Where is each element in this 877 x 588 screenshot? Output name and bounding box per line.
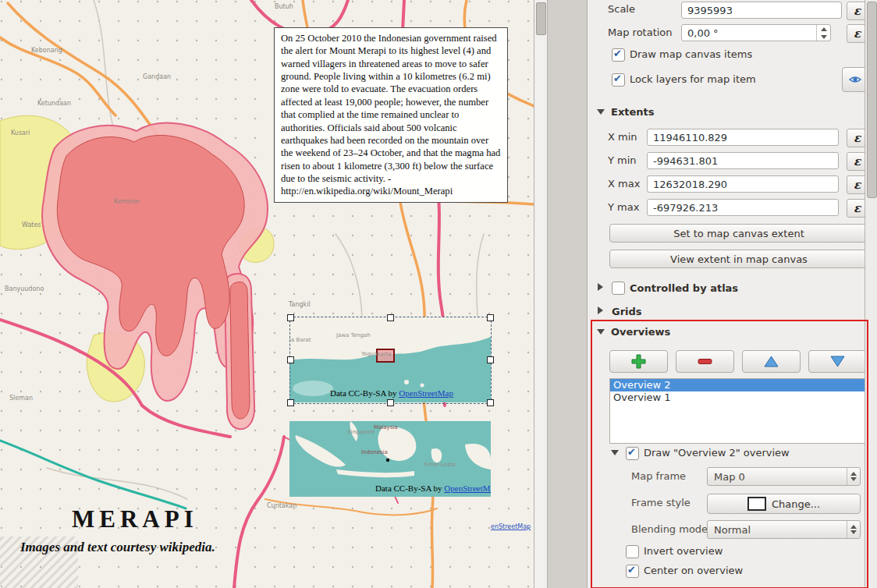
map-frame-combo[interactable]: Map 0 (707, 467, 861, 486)
atlas-label[interactable]: Controlled by atlas (630, 282, 738, 294)
scale-label: Scale (608, 3, 635, 15)
selection-handle[interactable] (287, 399, 294, 406)
map-subtitle: Images and text courtesy wikipedia. (20, 540, 215, 555)
arrow-up-icon (763, 353, 779, 370)
map-canvas[interactable]: ButuhKebonangGandaanKetundaanKusariWates… (0, 0, 534, 588)
draw-canvas-items-label[interactable]: Draw map canvas items (630, 48, 752, 60)
xmin-input[interactable]: 11946110.829 (647, 129, 839, 146)
blending-mode-label: Blending mode (631, 523, 708, 535)
move-overview-down-button[interactable] (808, 350, 867, 373)
add-overview-button[interactable] (609, 350, 668, 373)
osm-link[interactable]: OpenStreetMap (399, 388, 453, 398)
overview2-label: Singapore (347, 429, 375, 435)
overview1-label: Jawa Barat (289, 337, 311, 343)
invert-overview-checkbox[interactable] (626, 545, 639, 558)
ymin-input[interactable]: -994631.801 (647, 152, 839, 169)
remove-overview-button[interactable] (676, 350, 734, 373)
invert-overview-label[interactable]: Invert overview (644, 545, 723, 557)
selection-handle[interactable] (287, 314, 294, 321)
frame-style-swatch (747, 497, 766, 511)
overviews-title[interactable]: Overviews (611, 326, 670, 338)
selection-handle[interactable] (287, 356, 294, 363)
overview2-credit: Data CC-By-SA by OpenStreetMap (375, 484, 491, 493)
panel-scrollbar-thumb[interactable] (867, 2, 877, 198)
xmin-label: X min (608, 131, 637, 143)
overviews-expander[interactable] (597, 329, 605, 335)
rotation-spinbox[interactable]: 0,00 ° (681, 24, 831, 41)
rotation-spin-arrows[interactable] (816, 25, 830, 41)
expression-icon: ε (854, 156, 861, 168)
selection-handle[interactable] (487, 399, 494, 406)
draw-overview-checkbox[interactable] (626, 447, 639, 460)
scale-input[interactable]: 9395993 (681, 2, 842, 19)
overview2-label: Timor-Leste (424, 462, 456, 468)
annotation-text-box[interactable]: On 25 October 2010 the Indonesian govern… (274, 27, 508, 203)
overview1-credit: Data CC-By-SA by OpenStreetMap (330, 388, 453, 398)
selection-handle[interactable] (387, 399, 394, 406)
expression-icon: ε (854, 5, 861, 17)
center-on-overview-checkbox[interactable] (626, 565, 639, 578)
xmax-label: X max (608, 178, 640, 190)
combo-arrows-icon (847, 521, 860, 538)
overview-map-item-1[interactable]: Jawa Barat Jawa Tengah Yogyakarta Data C… (289, 317, 491, 402)
selection-handle[interactable] (487, 314, 494, 321)
extents-expander[interactable] (597, 109, 605, 115)
ymin-label: Y min (608, 154, 637, 166)
ymax-label: Y max (608, 201, 639, 213)
minus-icon (697, 353, 713, 370)
item-properties-panel: Scale 9395993 ε Map rotation 0,00 ° ε Dr… (587, 0, 865, 588)
lock-layers-checkbox[interactable] (612, 73, 625, 87)
overview2-label: Malaysia (374, 424, 398, 430)
draw-overview-label[interactable]: Draw "Overview 2" overview (644, 447, 790, 459)
frame-style-button[interactable]: Change... (707, 494, 861, 514)
plus-icon (630, 353, 647, 370)
arrow-down-icon (829, 353, 846, 370)
frame-style-label: Frame style (631, 497, 691, 508)
atlas-checkbox[interactable] (612, 282, 625, 295)
set-to-canvas-extent-button[interactable]: Set to map canvas extent (609, 224, 868, 243)
overview1-label: Yogyakarta (361, 351, 392, 357)
rotation-label: Map rotation (608, 27, 673, 38)
grids-label[interactable]: Grids (612, 306, 642, 317)
extents-title[interactable]: Extents (611, 106, 655, 118)
selection-handle[interactable] (487, 356, 494, 363)
selection-handle[interactable] (387, 314, 394, 321)
edge-osm-credit: enStreetMap (491, 523, 531, 530)
overview-list[interactable]: Overview 2 Overview 1 (609, 378, 868, 444)
move-overview-up-button[interactable] (742, 350, 801, 373)
view-extent-button[interactable]: View extent in map canvas (609, 250, 868, 268)
atlas-expander[interactable] (598, 283, 603, 291)
expression-icon: ε (854, 203, 861, 214)
panel-scrollbar[interactable] (865, 0, 877, 588)
lock-layers-label[interactable]: Lock layers for map item (630, 73, 756, 85)
expression-icon: ε (854, 179, 861, 191)
blending-mode-combo[interactable]: Normal (707, 520, 861, 539)
center-on-overview-label[interactable]: Center on overview (644, 565, 743, 576)
expression-icon: ε (854, 28, 861, 40)
map-scrollbar[interactable] (534, 0, 548, 588)
overview2-label: Indonesia (361, 449, 388, 455)
overview-list-item[interactable]: Overview 1 (610, 391, 868, 404)
draw-overview-expander[interactable] (611, 450, 619, 455)
map-title: MERAPI (72, 505, 198, 533)
expression-icon: ε (854, 133, 861, 144)
overview-list-item[interactable]: Overview 2 (610, 379, 868, 391)
eye-icon (848, 73, 862, 87)
map-frame-label: Map frame (631, 470, 686, 482)
grids-expander[interactable] (598, 306, 603, 314)
xmax-input[interactable]: 12632018.290 (647, 175, 839, 193)
ymax-input[interactable]: -697926.213 (647, 199, 839, 216)
osm-link[interactable]: OpenStreetMap (444, 484, 491, 493)
draw-canvas-items-checkbox[interactable] (612, 48, 625, 62)
qgis-composer-window: { "map": { "annotation_text": "On 25 Oct… (0, 0, 877, 588)
combo-arrows-icon (847, 468, 860, 485)
map-scrollbar-thumb[interactable] (536, 2, 546, 35)
overview-map-item-2[interactable]: Singapore Malaysia Indonesia Timor-Leste… (289, 421, 491, 497)
overview1-label: Jawa Tengah (336, 332, 371, 338)
